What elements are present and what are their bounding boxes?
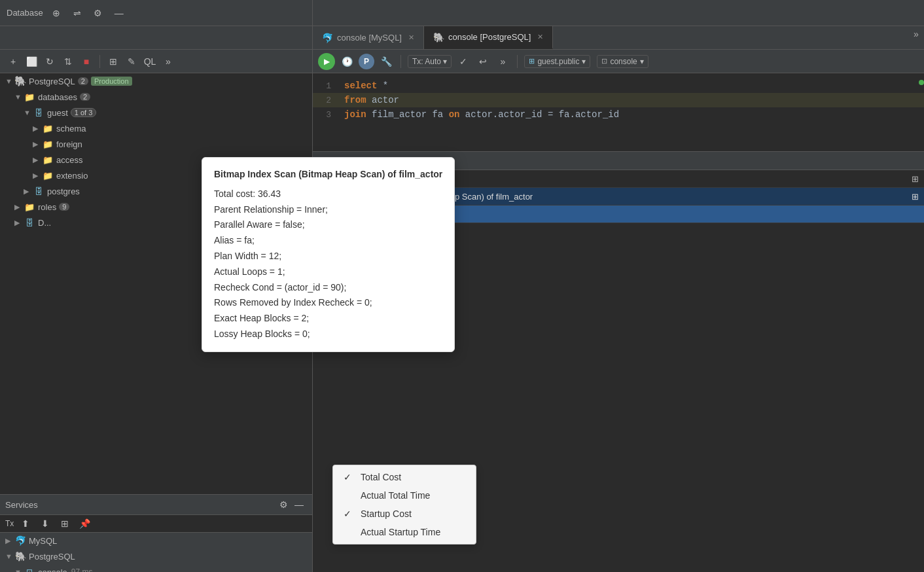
tree-label-roles: roles (38, 202, 56, 212)
postgres-db-icon: 🗄 (33, 185, 44, 197)
service-item-console-session[interactable]: ▼ ⊡ console 97 ms (0, 564, 312, 572)
services-settings-icon[interactable]: ⚙ (275, 497, 291, 512)
filter-tree-icon[interactable]: ⇅ (60, 54, 76, 69)
postgresql-badge: 2 (78, 77, 88, 85)
code-star: * (383, 80, 388, 91)
mysql-tab-icon: 🐬 (322, 33, 333, 43)
menu-item-actual-total-time[interactable]: Actual Total Time (333, 486, 476, 505)
commit-icon[interactable]: ✓ (455, 54, 471, 69)
table-icon[interactable]: ⊞ (105, 54, 121, 69)
truncated-icon: 🗄 (24, 217, 35, 228)
tab-mysql[interactable]: 🐬 console [MySQL] ✕ (313, 26, 424, 49)
tree-label-foreign: foreign (56, 139, 82, 149)
tree-label-postgresql: PostgreSQL (29, 77, 75, 86)
code-line-3: 3 join film_actor fa on actor.actor_id =… (313, 107, 924, 122)
refresh-icon[interactable]: ↻ (42, 54, 58, 69)
menu-label-actual-total-time: Actual Total Time (361, 490, 430, 501)
run-button[interactable]: ▶ (318, 53, 335, 70)
access-folder-icon: 📁 (42, 154, 54, 166)
tree-item-postgresql[interactable]: ▼ 🐘 PostgreSQL 2 Production (0, 73, 312, 89)
pg-service-icon: 🐘 (14, 550, 26, 562)
top-bar: Database ⊕ ⇌ ⚙ — (0, 0, 924, 26)
add-icon[interactable]: + (5, 54, 21, 69)
tooltip-line-0: Total cost: 36.43 (214, 187, 442, 202)
arrow-schema: ▶ (33, 124, 42, 133)
settings-icon[interactable]: ⚙ (90, 5, 106, 21)
sep3 (517, 55, 518, 68)
code-join-cond: actor.actor_id = fa.actor_id (465, 109, 619, 120)
arrow-roles: ▶ (14, 203, 24, 211)
service-label-mysql: MySQL (29, 536, 57, 546)
tooltip-line-4: Plan Width = 12; (214, 249, 442, 264)
rollback-icon[interactable]: ↩ (475, 54, 491, 69)
menu-label-total-cost: Total Cost (361, 472, 401, 482)
align-top-icon[interactable]: ⬆ (18, 516, 33, 531)
more-icon[interactable]: » (160, 54, 176, 69)
services-minimize-icon[interactable]: — (291, 497, 307, 512)
tab-more-icon[interactable]: » (908, 26, 924, 42)
service-item-mysql[interactable]: ▶ 🐬 MySQL (0, 533, 312, 548)
tooltip-line-9: Lossy Heap Blocks = 0; (214, 327, 442, 342)
databases-badge: 2 (80, 93, 90, 101)
line-num-3: 3 (313, 110, 339, 120)
tree-item-foreign[interactable]: ▶ 📁 foreign (0, 136, 312, 152)
tooltip-popup: Bitmap Index Scan (Bitmap Heap Scan) of … (202, 157, 455, 352)
services-title: Services (5, 500, 275, 510)
tree-label-postgres-db: postgres (47, 187, 80, 196)
align-bottom-icon[interactable]: ⬇ (37, 516, 53, 531)
grid-icon[interactable]: ⊞ (57, 516, 73, 531)
tab-postgresql[interactable]: 🐘 console [PostgreSQL] ✕ (424, 26, 553, 49)
tab-mysql-close[interactable]: ✕ (408, 33, 414, 42)
check-startup-cost: ✓ (344, 509, 354, 519)
filter-icon[interactable]: ⇌ (69, 5, 85, 21)
edit-icon[interactable]: ✎ (124, 54, 139, 69)
services-header: Services ⚙ — (0, 495, 312, 514)
code-line-1: 1 select * (313, 79, 924, 93)
tree-item-databases[interactable]: ▼ 📁 databases 2 (0, 89, 312, 105)
history-icon[interactable]: 🕐 (339, 54, 355, 69)
sql-icon[interactable]: QL (142, 54, 158, 69)
menu-item-actual-startup-time[interactable]: Actual Startup Time (333, 523, 476, 541)
wrench-icon[interactable]: 🔧 (378, 54, 394, 69)
line-num-2: 2 (313, 96, 339, 105)
tab-postgresql-close[interactable]: ✕ (537, 33, 543, 41)
tree-label-schema: schema (56, 124, 86, 134)
code-film-actor: film_actor fa (372, 109, 449, 120)
schema-select[interactable]: ⊞ guest.public ▾ (524, 55, 590, 68)
code-editor[interactable]: 1 select * 2 from actor 3 join fil (313, 73, 924, 152)
editor-toolbar (313, 0, 924, 26)
kw-from: from (344, 95, 366, 105)
line-content-3: join film_actor fa on actor.actor_id = f… (339, 109, 924, 120)
arrow-extensio: ▶ (33, 171, 42, 180)
minimize-icon[interactable]: — (111, 5, 127, 21)
menu-label-actual-startup-time: Actual Startup Time (361, 527, 440, 537)
stop-icon[interactable]: ■ (79, 54, 94, 69)
kw-on: on (449, 109, 460, 120)
more2-icon[interactable]: » (495, 54, 510, 69)
console-select[interactable]: ⊡ console ▾ (597, 55, 648, 68)
menu-item-total-cost[interactable]: ✓ Total Cost (333, 468, 476, 486)
tree-label-guest: guest (47, 108, 68, 118)
tooltip-line-7: Rows Removed by Index Recheck = 0; (214, 295, 442, 311)
add-connection-icon[interactable]: ⊕ (48, 5, 64, 21)
profile-icon[interactable]: P (359, 54, 374, 69)
tree-item-guest[interactable]: ▼ 🗄 guest 1 of 3 (0, 105, 312, 120)
service-item-postgresql[interactable]: ▼ 🐘 PostgreSQL (0, 548, 312, 564)
postgresql-tag: Production (91, 77, 132, 86)
arrow-truncated: ▶ (14, 219, 24, 227)
copy-icon[interactable]: ⬜ (24, 54, 39, 69)
tooltip-title: Bitmap Index Scan (Bitmap Heap Scan) of … (214, 167, 442, 183)
menu-item-startup-cost[interactable]: ✓ Startup Cost (333, 505, 476, 523)
gutter-mark (919, 80, 924, 85)
pin-icon[interactable]: 📌 (77, 516, 92, 531)
editor-toolbar-right: ▶ 🕐 P 🔧 Tx: Auto ▾ ✓ ↩ » ⊞ guest.public … (313, 50, 924, 73)
tx-label: Tx: Auto (412, 57, 441, 66)
tree-item-schema[interactable]: ▶ 📁 schema (0, 120, 312, 136)
kw-select: select (344, 80, 377, 91)
tx-label-services: Tx (5, 519, 14, 528)
tooltip-line-8: Exact Heap Blocks = 2; (214, 311, 442, 327)
foreign-folder-icon: 📁 (42, 138, 54, 150)
tree-label-extensio: extensio (56, 171, 88, 181)
tx-select[interactable]: Tx: Auto ▾ (408, 55, 452, 68)
schema-label: guest.public (537, 57, 579, 66)
